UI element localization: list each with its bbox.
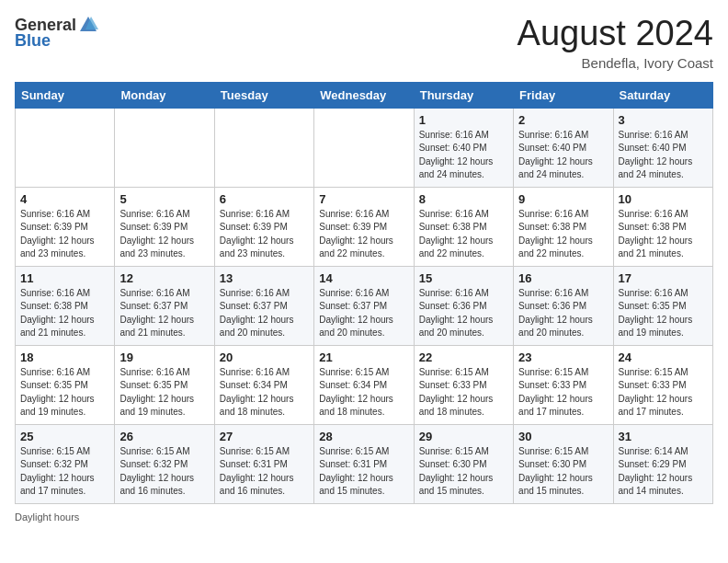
day-number: 1: [419, 113, 508, 127]
day-number: 22: [419, 350, 508, 364]
day-detail: Sunrise: 6:15 AM Sunset: 6:32 PM Dayligh…: [119, 445, 209, 499]
title-block: August 2024 Bendefla, Ivory Coast: [518, 15, 713, 71]
day-number: 31: [619, 430, 708, 443]
day-number: 6: [220, 192, 309, 206]
day-number: 18: [20, 350, 109, 364]
day-detail: Sunrise: 6:15 AM Sunset: 6:30 PM Dayligh…: [419, 445, 508, 499]
calendar-day-cell: 14Sunrise: 6:16 AM Sunset: 6:37 PM Dayli…: [314, 266, 414, 345]
calendar-day-cell: 23Sunrise: 6:15 AM Sunset: 6:33 PM Dayli…: [514, 345, 613, 424]
calendar-day-cell: 20Sunrise: 6:16 AM Sunset: 6:34 PM Dayli…: [214, 345, 313, 424]
calendar-week-row: 18Sunrise: 6:16 AM Sunset: 6:35 PM Dayli…: [16, 345, 713, 424]
day-detail: Sunrise: 6:15 AM Sunset: 6:34 PM Dayligh…: [319, 366, 408, 419]
day-detail: Sunrise: 6:16 AM Sunset: 6:38 PM Dayligh…: [419, 208, 508, 261]
day-number: 24: [619, 350, 708, 364]
day-number: 2: [518, 113, 608, 127]
day-detail: Sunrise: 6:15 AM Sunset: 6:31 PM Dayligh…: [220, 445, 309, 499]
calendar-day-cell: 29Sunrise: 6:15 AM Sunset: 6:30 PM Dayli…: [414, 424, 513, 503]
logo-icon: [78, 15, 98, 35]
calendar-day-cell: 10Sunrise: 6:16 AM Sunset: 6:38 PM Dayli…: [613, 187, 712, 266]
calendar-day-cell: 25Sunrise: 6:15 AM Sunset: 6:32 PM Dayli…: [16, 424, 115, 503]
day-detail: Sunrise: 6:16 AM Sunset: 6:36 PM Dayligh…: [419, 287, 508, 340]
day-of-week-header: Wednesday: [314, 82, 414, 108]
calendar-day-cell: 21Sunrise: 6:15 AM Sunset: 6:34 PM Dayli…: [314, 345, 414, 424]
calendar-day-cell: 19Sunrise: 6:16 AM Sunset: 6:35 PM Dayli…: [115, 345, 214, 424]
day-number: 12: [119, 271, 209, 285]
day-number: 14: [319, 271, 408, 285]
location-subtitle: Bendefla, Ivory Coast: [518, 55, 713, 71]
month-title: August 2024: [518, 15, 713, 53]
calendar-week-row: 11Sunrise: 6:16 AM Sunset: 6:38 PM Dayli…: [16, 266, 713, 345]
calendar-day-cell: 5Sunrise: 6:16 AM Sunset: 6:39 PM Daylig…: [115, 187, 214, 266]
day-of-week-header: Saturday: [613, 82, 712, 108]
day-detail: Sunrise: 6:16 AM Sunset: 6:37 PM Dayligh…: [319, 287, 408, 340]
calendar-day-cell: 1Sunrise: 6:16 AM Sunset: 6:40 PM Daylig…: [414, 108, 513, 187]
day-number: 27: [220, 430, 309, 443]
calendar-week-row: 1Sunrise: 6:16 AM Sunset: 6:40 PM Daylig…: [16, 108, 713, 187]
day-detail: Sunrise: 6:16 AM Sunset: 6:38 PM Dayligh…: [20, 287, 109, 340]
day-detail: Sunrise: 6:15 AM Sunset: 6:31 PM Dayligh…: [319, 445, 408, 499]
day-detail: Sunrise: 6:16 AM Sunset: 6:39 PM Dayligh…: [220, 208, 309, 261]
day-detail: Sunrise: 6:15 AM Sunset: 6:32 PM Dayligh…: [20, 445, 109, 499]
calendar-day-cell: 3Sunrise: 6:16 AM Sunset: 6:40 PM Daylig…: [613, 108, 712, 187]
day-detail: Sunrise: 6:15 AM Sunset: 6:33 PM Dayligh…: [518, 366, 608, 419]
calendar-day-cell: 7Sunrise: 6:16 AM Sunset: 6:39 PM Daylig…: [314, 187, 414, 266]
day-detail: Sunrise: 6:16 AM Sunset: 6:35 PM Dayligh…: [119, 366, 209, 419]
calendar-day-cell: 26Sunrise: 6:15 AM Sunset: 6:32 PM Dayli…: [115, 424, 214, 503]
calendar-day-cell: 17Sunrise: 6:16 AM Sunset: 6:35 PM Dayli…: [613, 266, 712, 345]
day-number: 10: [619, 192, 708, 206]
calendar-day-cell: 6Sunrise: 6:16 AM Sunset: 6:39 PM Daylig…: [214, 187, 313, 266]
calendar-day-cell: 15Sunrise: 6:16 AM Sunset: 6:36 PM Dayli…: [414, 266, 513, 345]
daylight-label: Daylight hours: [15, 511, 79, 523]
calendar-day-cell: 22Sunrise: 6:15 AM Sunset: 6:33 PM Dayli…: [414, 345, 513, 424]
day-detail: Sunrise: 6:16 AM Sunset: 6:34 PM Dayligh…: [220, 366, 309, 419]
day-detail: Sunrise: 6:16 AM Sunset: 6:40 PM Dayligh…: [419, 129, 508, 182]
calendar-day-cell: 11Sunrise: 6:16 AM Sunset: 6:38 PM Dayli…: [16, 266, 115, 345]
day-detail: Sunrise: 6:15 AM Sunset: 6:30 PM Dayligh…: [518, 445, 608, 499]
day-detail: Sunrise: 6:16 AM Sunset: 6:37 PM Dayligh…: [220, 287, 309, 340]
day-number: 7: [319, 192, 408, 206]
day-number: 26: [119, 430, 209, 443]
calendar-day-cell: 16Sunrise: 6:16 AM Sunset: 6:36 PM Dayli…: [514, 266, 613, 345]
calendar-day-cell: [214, 108, 313, 187]
day-of-week-header: Tuesday: [214, 82, 313, 108]
calendar-header-row: SundayMondayTuesdayWednesdayThursdayFrid…: [16, 82, 713, 108]
day-detail: Sunrise: 6:16 AM Sunset: 6:39 PM Dayligh…: [319, 208, 408, 261]
day-detail: Sunrise: 6:16 AM Sunset: 6:38 PM Dayligh…: [518, 208, 608, 261]
day-number: 30: [518, 430, 608, 443]
day-of-week-header: Friday: [514, 82, 613, 108]
day-number: 20: [220, 350, 309, 364]
day-number: 28: [319, 430, 408, 443]
calendar-day-cell: 9Sunrise: 6:16 AM Sunset: 6:38 PM Daylig…: [514, 187, 613, 266]
day-number: 17: [619, 271, 708, 285]
day-number: 25: [20, 430, 109, 443]
day-detail: Sunrise: 6:15 AM Sunset: 6:33 PM Dayligh…: [419, 366, 508, 419]
calendar-day-cell: 28Sunrise: 6:15 AM Sunset: 6:31 PM Dayli…: [314, 424, 414, 503]
day-detail: Sunrise: 6:16 AM Sunset: 6:35 PM Dayligh…: [619, 287, 708, 340]
day-number: 29: [419, 430, 508, 443]
day-number: 8: [419, 192, 508, 206]
day-number: 5: [119, 192, 209, 206]
day-detail: Sunrise: 6:16 AM Sunset: 6:36 PM Dayligh…: [518, 287, 608, 340]
day-detail: Sunrise: 6:16 AM Sunset: 6:39 PM Dayligh…: [119, 208, 209, 261]
day-detail: Sunrise: 6:16 AM Sunset: 6:39 PM Dayligh…: [20, 208, 109, 261]
day-number: 9: [518, 192, 608, 206]
page-header: General Blue August 2024 Bendefla, Ivory…: [15, 15, 713, 71]
footer: Daylight hours: [15, 511, 713, 523]
calendar-day-cell: 13Sunrise: 6:16 AM Sunset: 6:37 PM Dayli…: [214, 266, 313, 345]
day-of-week-header: Thursday: [414, 82, 513, 108]
calendar-day-cell: [115, 108, 214, 187]
logo-blue: Blue: [15, 31, 51, 51]
day-detail: Sunrise: 6:16 AM Sunset: 6:35 PM Dayligh…: [20, 366, 109, 419]
calendar-day-cell: 12Sunrise: 6:16 AM Sunset: 6:37 PM Dayli…: [115, 266, 214, 345]
calendar-day-cell: 2Sunrise: 6:16 AM Sunset: 6:40 PM Daylig…: [514, 108, 613, 187]
day-number: 19: [119, 350, 209, 364]
calendar-week-row: 25Sunrise: 6:15 AM Sunset: 6:32 PM Dayli…: [16, 424, 713, 503]
day-number: 11: [20, 271, 109, 285]
day-number: 16: [518, 271, 608, 285]
calendar-day-cell: 24Sunrise: 6:15 AM Sunset: 6:33 PM Dayli…: [613, 345, 712, 424]
calendar-day-cell: 27Sunrise: 6:15 AM Sunset: 6:31 PM Dayli…: [214, 424, 313, 503]
day-number: 3: [619, 113, 708, 127]
calendar-week-row: 4Sunrise: 6:16 AM Sunset: 6:39 PM Daylig…: [16, 187, 713, 266]
day-of-week-header: Monday: [115, 82, 214, 108]
day-number: 4: [20, 192, 109, 206]
